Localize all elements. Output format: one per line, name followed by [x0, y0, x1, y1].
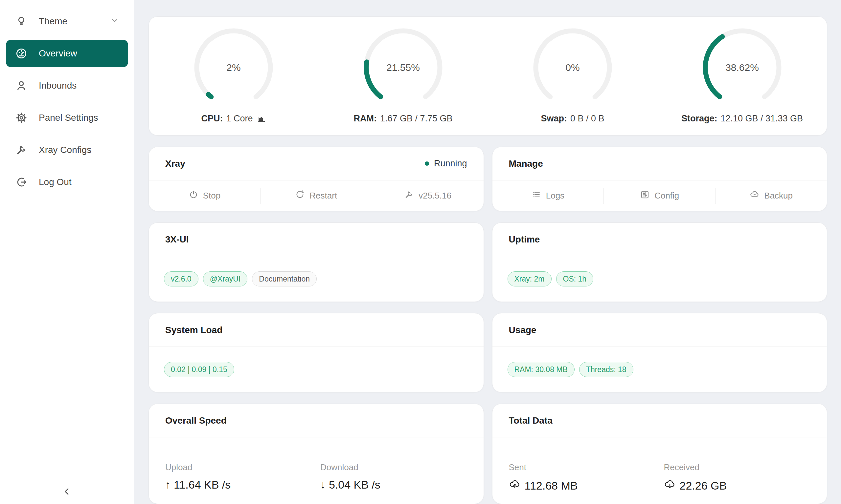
system-gauges-card: 2% CPU:1 Core 21.55%	[149, 16, 827, 136]
logout-icon	[15, 175, 28, 189]
sidebar-item-inbounds[interactable]: Inbounds	[6, 72, 128, 100]
total-data-card-title: Total Data	[509, 415, 552, 426]
lightbulb-icon	[15, 15, 28, 28]
cpu-gauge: 2% CPU:1 Core	[149, 28, 318, 124]
logs-button[interactable]: Logs	[493, 180, 604, 211]
arrow-up-icon: ↑	[165, 479, 171, 491]
cloud-download-icon	[664, 479, 680, 493]
sidebar-item-label: Inbounds	[39, 80, 120, 91]
dashboard-icon	[15, 47, 28, 60]
upload-speed-stat: Upload ↑ 11.64 KB /s	[165, 462, 320, 504]
download-speed-stat: Download ↓ 5.04 KB /s	[320, 462, 475, 504]
threads-tag: Threads: 18	[579, 362, 633, 377]
arrow-down-icon: ↓	[320, 479, 326, 491]
overall-speed-card: Overall Speed Upload ↑ 11.64 KB /s Downl…	[149, 403, 484, 504]
main-content: 2% CPU:1 Core 21.55%	[134, 0, 841, 504]
version-tag[interactable]: v2.6.0	[164, 271, 199, 286]
swap-gauge: 0% Swap:0 B / 0 B	[488, 28, 657, 124]
chevron-down-icon	[110, 15, 120, 28]
ram-gauge: 21.55% RAM:1.67 GB / 7.75 GB	[318, 28, 488, 124]
manage-card: Manage Logs	[492, 147, 827, 211]
sidebar-item-xray-configs[interactable]: Xray Configs	[6, 136, 128, 164]
power-icon	[189, 190, 203, 202]
sidebar-item-label: Theme	[39, 16, 110, 26]
received-data-stat: Received 22.26 GB	[664, 462, 819, 504]
documentation-tag[interactable]: Documentation	[252, 271, 317, 286]
sidebar-item-label: Overview	[39, 48, 120, 59]
xray-restart-button[interactable]: Restart	[260, 180, 372, 211]
xray-version-button[interactable]: v25.5.16	[372, 180, 484, 211]
cloud-icon	[750, 190, 764, 202]
xray-status: Running	[425, 159, 467, 169]
manage-card-title: Manage	[509, 159, 543, 169]
os-uptime-tag: OS: 1h	[556, 271, 594, 286]
ram-usage-tag: RAM: 30.08 MB	[508, 362, 574, 377]
overall-speed-card-title: Overall Speed	[165, 415, 227, 426]
reload-icon	[295, 190, 309, 202]
xray-card: Xray Running Stop	[149, 147, 484, 211]
sidebar-item-label: Log Out	[39, 177, 120, 187]
uptime-card: Uptime Xray: 2m OS: 1h	[492, 222, 827, 302]
cpu-percent: 2%	[194, 28, 273, 107]
sidebar-item-label: Panel Settings	[39, 112, 120, 123]
cpu-history-chart-icon[interactable]	[257, 114, 266, 123]
usage-card-title: Usage	[509, 325, 536, 335]
sidebar-item-theme[interactable]: Theme	[6, 7, 128, 35]
sent-data-stat: Sent 112.68 MB	[509, 462, 664, 504]
ram-label: RAM:1.67 GB / 7.75 GB	[354, 113, 452, 124]
user-icon	[15, 79, 28, 92]
sliders-icon	[640, 190, 654, 202]
sidebar-collapse-button[interactable]	[0, 486, 134, 498]
status-dot-icon	[425, 161, 429, 166]
ram-percent: 21.55%	[364, 28, 443, 107]
sidebar-item-panel-settings[interactable]: Panel Settings	[6, 104, 128, 131]
xui-card-title: 3X-UI	[165, 234, 189, 245]
wrench-icon	[404, 190, 418, 202]
sidebar: Theme Overview	[0, 0, 134, 504]
storage-gauge: 38.62% Storage:12.10 GB / 31.33 GB	[657, 28, 827, 124]
xray-card-title: Xray	[165, 159, 185, 169]
sidebar-menu: Theme Overview	[0, 0, 134, 196]
storage-percent: 38.62%	[703, 28, 782, 107]
total-data-card: Total Data Sent 112.68 MB	[492, 403, 827, 504]
config-button[interactable]: Config	[604, 180, 715, 211]
xray-uptime-tag: Xray: 2m	[508, 271, 552, 286]
swap-label: Swap:0 B / 0 B	[541, 113, 604, 124]
swap-percent: 0%	[533, 28, 612, 107]
sidebar-item-log-out[interactable]: Log Out	[6, 168, 128, 196]
list-icon	[532, 190, 546, 202]
telegram-tag[interactable]: @XrayUI	[203, 271, 248, 286]
system-load-card-title: System Load	[165, 325, 222, 335]
uptime-card-title: Uptime	[509, 234, 540, 245]
usage-card: Usage RAM: 30.08 MB Threads: 18	[492, 313, 827, 393]
xray-stop-button[interactable]: Stop	[149, 180, 260, 211]
cloud-upload-icon	[509, 479, 525, 493]
sidebar-item-overview[interactable]: Overview	[6, 40, 128, 67]
system-load-card: System Load 0.02 | 0.09 | 0.15	[149, 313, 484, 393]
cpu-label: CPU:1 Core	[201, 113, 266, 124]
backup-button[interactable]: Backup	[716, 180, 827, 211]
gear-icon	[15, 111, 28, 125]
storage-label: Storage:12.10 GB / 31.33 GB	[681, 113, 803, 124]
load-average-tag: 0.02 | 0.09 | 0.15	[164, 362, 234, 377]
xui-card: 3X-UI v2.6.0 @XrayUI Documentation	[149, 222, 484, 302]
sidebar-item-label: Xray Configs	[39, 145, 120, 155]
wrench-icon	[15, 143, 28, 157]
